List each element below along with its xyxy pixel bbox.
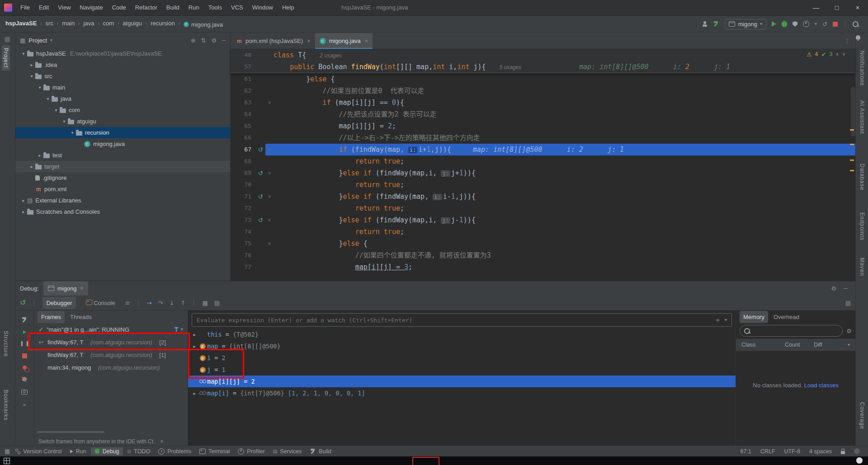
menu-code[interactable]: Code — [108, 4, 131, 11]
code-line-67[interactable]: 67 ↺ ∨ if (findWay(map, i:i+1,j)){ map: … — [231, 144, 855, 155]
project-tree-item-migong-java[interactable]: Cmigong.java — [15, 138, 230, 150]
code-line-69[interactable]: 69 ↺ ∨ }else if (findWay(map,i, j:j+1)){ — [231, 167, 855, 179]
layout-settings-icon[interactable]: ▤ — [845, 300, 851, 306]
tree-expand-icon[interactable]: ▸ — [191, 332, 198, 337]
code-line-75[interactable]: 75 ∨ }else { — [231, 238, 855, 249]
statusbar-item-debug[interactable]: Debug — [91, 447, 123, 456]
project-tree-item--gitignore[interactable]: .gitignore — [15, 172, 230, 183]
menu-window[interactable]: Window — [248, 4, 278, 11]
view-breakpoints-icon[interactable] — [23, 366, 27, 370]
menu-refactor[interactable]: Refactor — [131, 4, 162, 11]
search-everywhere-icon[interactable] — [853, 21, 859, 27]
stop-button[interactable] — [833, 22, 838, 27]
tree-collapse-icon[interactable]: ▾ — [52, 108, 60, 113]
tab-debugger[interactable]: Debugger — [42, 297, 75, 309]
variable-row-j[interactable]: p j = 1 — [188, 364, 736, 376]
menu-navigate[interactable]: Navigate — [75, 4, 107, 11]
tool-button-bookmarks[interactable]: Bookmarks — [3, 390, 9, 421]
menu-help[interactable]: Help — [278, 4, 299, 11]
tree-collapse-icon[interactable]: ▾ — [61, 119, 68, 124]
warning-stripe-mark[interactable] — [850, 170, 854, 171]
menu-build[interactable]: Build — [162, 4, 184, 11]
tree-expand-icon[interactable]: ▸ — [28, 164, 35, 169]
tab-memory[interactable]: Memory — [740, 311, 768, 323]
warning-stripe-mark[interactable] — [850, 160, 854, 161]
step-out-icon[interactable]: ↑ — [180, 300, 185, 306]
project-tree-item-scratches-and-consoles[interactable]: ▸Scratches and Consoles — [15, 206, 230, 217]
run-button[interactable] — [772, 21, 776, 27]
close-icon[interactable]: × — [307, 38, 311, 44]
editor-scrollbar[interactable] — [851, 87, 855, 136]
code-with-me-icon[interactable] — [702, 21, 708, 27]
line-number[interactable]: 68 — [231, 155, 255, 167]
column-count[interactable]: Count — [785, 342, 814, 348]
project-tree-item-external-libraries[interactable]: ▸▤External Libraries — [15, 195, 230, 206]
build-project-icon[interactable] — [713, 21, 719, 27]
project-tree-item-recursion[interactable]: ▾recursion — [15, 127, 230, 138]
tool-button-ai-assistant[interactable]: AI Assistant — [859, 100, 865, 134]
project-view-title[interactable]: Project — [28, 37, 47, 44]
project-tree-item-target[interactable]: ▸target — [15, 161, 230, 172]
status-utf-8[interactable]: UTF-8 — [784, 448, 800, 455]
statusbar-item-terminal[interactable]: Terminal — [196, 447, 233, 456]
breadcrumb-atguigu[interactable]: atguigu — [123, 20, 142, 27]
quick-access-icon[interactable]: ▦ — [5, 448, 10, 454]
usages-hint[interactable]: 2 usages — [320, 52, 342, 59]
tab-overhead[interactable]: Overhead — [770, 311, 803, 323]
gear-icon[interactable]: ⚙ — [212, 38, 217, 43]
tree-collapse-icon[interactable]: ▾ — [69, 130, 76, 135]
show-execution-point-icon[interactable]: → — [147, 300, 152, 306]
resume-program-icon[interactable] — [23, 330, 26, 334]
tree-expand-icon[interactable]: ▸ — [20, 209, 27, 214]
tree-collapse-icon[interactable]: ▾ — [36, 85, 43, 90]
project-tree-item-java[interactable]: ▾java — [15, 93, 230, 104]
stack-frame-row[interactable]: main:34, migong (com.atguigu.recursion) — [34, 361, 188, 374]
tool-button-database[interactable]: Database — [859, 164, 865, 190]
line-number[interactable]: 75 — [231, 238, 255, 249]
line-number[interactable]: 63 — [231, 97, 255, 108]
fold-icon[interactable]: ∨ — [265, 191, 274, 202]
stack-frame-row[interactable]: ↩ findWay:67, T (com.atguigu.recursion) … — [34, 336, 188, 348]
breadcrumb-hspjavase[interactable]: hspJavaSE — [5, 20, 37, 27]
view-as-table-icon[interactable]: ▦ — [202, 300, 208, 306]
notifications-bell-icon[interactable] — [856, 35, 860, 39]
line-number[interactable]: 62 — [231, 85, 255, 97]
more-actions-icon[interactable]: » — [23, 402, 26, 408]
thread-selector[interactable]: ✓ "main"@1 in g...ain": RUNNING ▾ — [34, 323, 188, 336]
step-over-icon[interactable]: ↷ — [158, 300, 163, 306]
add-watch-icon[interactable]: + — [715, 317, 720, 323]
chevron-down-icon[interactable]: ▾ — [848, 343, 850, 347]
minimize-button[interactable]: — — [806, 0, 826, 15]
tree-collapse-icon[interactable]: ▾ — [44, 96, 52, 101]
line-number[interactable]: 64 — [231, 108, 255, 120]
chevron-down-icon[interactable]: ▾ — [725, 318, 727, 322]
project-tree-item-test[interactable]: ▸test — [15, 150, 230, 161]
line-number[interactable]: 73 — [231, 214, 255, 226]
tree-expand-icon[interactable]: ▸ — [20, 198, 27, 203]
recursive-call-icon[interactable]: ↺ — [255, 167, 265, 179]
statusbar-item-run[interactable]: Run — [66, 447, 90, 456]
code-line-66[interactable]: 66 //以上->右->下->左的策略往其他四个方向走 — [231, 132, 855, 144]
code-line-64[interactable]: 64 //先把该点设置为2 表示可以走 — [231, 108, 855, 120]
inspection-widget[interactable]: ⚠ 4 ✔ 3 ∧ ∨ — [807, 51, 845, 57]
code-line-74[interactable]: 74 return true; — [231, 226, 855, 238]
warning-stripe-mark[interactable] — [850, 144, 854, 145]
rerun-debug-icon[interactable]: ↺ — [20, 299, 26, 306]
fold-icon[interactable]: ∨ — [265, 97, 274, 108]
line-number[interactable]: 67 — [231, 144, 255, 155]
more-tabs-icon[interactable]: ⋮ — [839, 38, 855, 44]
variable-row-this[interactable]: ▸ this = {T@502} — [188, 329, 736, 340]
code-line-77[interactable]: 77 map[i][j] = 3; — [231, 261, 855, 273]
chevron-down-icon[interactable]: ▾ — [181, 327, 183, 332]
project-tree-item-pom-xml[interactable]: mpom.xml — [15, 183, 230, 195]
code-line-76[interactable]: 76 //如果四个位置都走不通, 就将该位置置为3 — [231, 249, 855, 261]
load-classes-link[interactable]: Load classes — [804, 382, 839, 389]
tool-button-endpoints[interactable]: Endpoints — [859, 212, 865, 240]
rerun-icon[interactable]: ↺ — [822, 21, 827, 27]
view-options-icon[interactable]: ▤ — [214, 300, 220, 306]
code-line-68[interactable]: 68 return true; — [231, 155, 855, 167]
mute-breakpoints-icon[interactable] — [22, 377, 27, 381]
project-tree-item-atguigu[interactable]: ▾atguigu — [15, 116, 230, 127]
stop-process-icon[interactable] — [22, 353, 27, 358]
project-view-icon[interactable]: ▦ — [20, 38, 25, 43]
